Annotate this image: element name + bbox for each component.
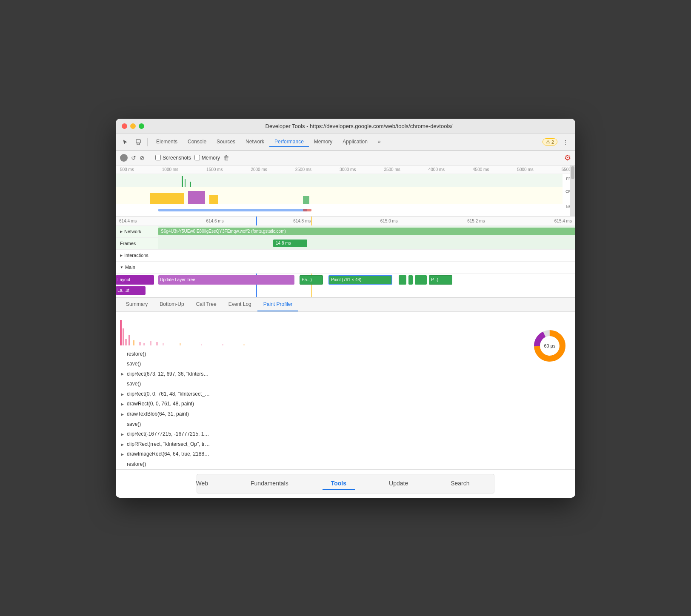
screenshots-checkbox[interactable] (155, 155, 161, 160)
paint-tiny-bar[interactable]: P...) (429, 275, 452, 285)
network-track-row: ▶ Network S6g4U3t-Y5UEw0IE80IlgEseQY3FEm… (116, 226, 575, 238)
cmd-drawtextblob-1-text: drawTextBlob(64, 31, paint) (127, 410, 189, 419)
cmd-save-2[interactable]: save() (116, 379, 273, 389)
cmd-cliprect-1[interactable]: ▶ clipRect(673, 12, 697, 36, "kInters… (116, 369, 273, 379)
timeline-ruler: 500 ms 1000 ms 1500 ms 2000 ms 2500 ms 3… (120, 167, 571, 172)
nav-update[interactable]: Update (380, 477, 417, 490)
tab-paint-profiler[interactable]: Paint Profiler (257, 298, 299, 311)
memory-checkbox[interactable] (194, 155, 200, 160)
timeline-scrollbar[interactable] (570, 165, 575, 216)
bottom-tabs: Summary Bottom-Up Call Tree Event Log Pa… (116, 298, 575, 312)
tab-application[interactable]: Application (337, 137, 373, 147)
cmd-cliprect-2[interactable]: ▶ clipRect(0, 0, 761, 48, "kIntersect_… (116, 389, 273, 399)
mark-615-2: 615.2 ms (467, 219, 485, 223)
paint-canvas-area: 60 μs (273, 312, 575, 469)
hist-bar-12 (201, 344, 202, 345)
green-bar-3[interactable] (415, 275, 427, 285)
cmd-cliprect-3[interactable]: ▶ clipRect(-16777215, -16777215, 1… (116, 429, 273, 439)
cmd-drawimagerect[interactable]: ▶ drawImageRect(64, 64, true, 2188… (116, 449, 273, 459)
trash-icon[interactable]: 🗑 (223, 154, 229, 161)
cpu-bar-2 (188, 191, 205, 204)
cmd-save-1[interactable]: save() (116, 359, 273, 369)
hist-bar-10 (163, 343, 164, 345)
ruler-mark-2500: 2500 ms (295, 167, 311, 172)
tab-summary[interactable]: Summary (120, 298, 154, 311)
cmd-drawtextblob-1[interactable]: ▶ drawTextBlob(64, 31, paint) (116, 409, 273, 419)
cmd-cliprrect[interactable]: ▶ clipRRect(rrect, "kIntersect_Op", tr… (116, 439, 273, 450)
tab-memory[interactable]: Memory (309, 137, 337, 147)
tab-performance[interactable]: Performance (269, 137, 309, 147)
cursor-icon[interactable] (120, 137, 131, 148)
hist-bar-2 (123, 328, 124, 345)
cmd-cliprect-1-text: clipRect(673, 12, 697, 36, "kInters… (127, 370, 208, 379)
tab-bottom-up[interactable]: Bottom-Up (154, 298, 190, 311)
nav-container: Web Fundamentals Tools Update Search (197, 474, 494, 493)
donut-label: 60 μs (544, 343, 555, 348)
more-options-icon[interactable]: ⋮ (560, 137, 571, 148)
device-icon[interactable] (133, 137, 144, 148)
cmd-restore-2[interactable]: restore() (116, 459, 273, 469)
nav-search[interactable]: Search (442, 477, 478, 490)
donut-chart: 60 μs (533, 329, 567, 363)
close-button[interactable] (122, 123, 127, 129)
browser-nav-bar: Web Fundamentals Tools Update Search (116, 469, 575, 498)
record-button[interactable] (120, 154, 128, 162)
screenshots-label: Screenshots (163, 155, 191, 161)
flame-chart: Layout Update Layer Tree Pa...) Paint (7… (116, 274, 575, 297)
laut-bar[interactable]: La...ut (116, 286, 146, 295)
net-bar-1 (158, 209, 307, 211)
paint-small-label: Pa...) (302, 277, 312, 282)
tab-sources[interactable]: Sources (211, 137, 240, 147)
nav-fundamentals[interactable]: Fundamentals (242, 477, 297, 490)
green-bar-2[interactable] (408, 275, 413, 285)
cmd-restore-1[interactable]: restore() (116, 349, 273, 359)
tab-event-log[interactable]: Event Log (223, 298, 257, 311)
cpu-bar-3 (209, 195, 218, 204)
memory-label: Memory (202, 155, 220, 161)
tab-more[interactable]: » (373, 137, 386, 147)
tab-console[interactable]: Console (183, 137, 211, 147)
paint-large-bar[interactable]: Paint (761 × 48) (328, 275, 392, 285)
scrollbar-handle[interactable] (571, 166, 574, 179)
interactions-content (158, 250, 575, 261)
hist-bar-1 (120, 320, 122, 345)
update-layer-tree-bar[interactable]: Update Layer Tree (158, 275, 294, 285)
layout-bar[interactable]: Layout (116, 275, 154, 285)
cmd-save-3[interactable]: save() (116, 419, 273, 430)
memory-checkbox-label[interactable]: Memory (194, 155, 220, 161)
tab-elements[interactable]: Elements (151, 137, 183, 147)
maximize-button[interactable] (139, 123, 144, 129)
paint-small-bar[interactable]: Pa...) (300, 275, 323, 285)
nav-tools[interactable]: Tools (323, 477, 355, 490)
ruler-mark-5500: 5500 (562, 167, 571, 172)
warning-badge[interactable]: ⚠ 2 (543, 138, 557, 145)
ruler-mark-4000: 4000 ms (428, 167, 445, 172)
hist-bar-3 (125, 339, 127, 345)
hist-bar-5 (133, 340, 134, 345)
cmd-drawrect[interactable]: ▶ drawRect(0, 0, 761, 48, paint) (116, 399, 273, 409)
cmd-drawimagerect-arrow: ▶ (121, 451, 125, 458)
record-bar: ↺ ⊘ Screenshots Memory 🗑 ⚙ (116, 151, 575, 165)
tab-call-tree[interactable]: Call Tree (190, 298, 223, 311)
hist-bar-13 (222, 344, 223, 345)
settings-icon[interactable]: ⚙ (564, 153, 571, 163)
reload-icon[interactable]: ↺ (131, 154, 136, 161)
main-arrow: ▼ (120, 265, 123, 269)
tab-network[interactable]: Network (240, 137, 269, 147)
ruler-mark-4500: 4500 ms (473, 167, 489, 172)
hist-bar-6 (139, 342, 141, 345)
ruler-mark-3000: 3000 ms (340, 167, 356, 172)
prohibit-icon[interactable]: ⊘ (140, 154, 145, 161)
cmd-cliprect-2-arrow: ▶ (121, 391, 125, 398)
cmd-drawrect-arrow: ▶ (121, 401, 125, 408)
nav-web[interactable]: Web (187, 477, 217, 490)
paint-area: restore() save() ▶ clipRect(673, 12, 697… (116, 312, 575, 469)
minimize-button[interactable] (130, 123, 136, 129)
detail-ruler: 614.4 ms 614.6 ms 614.8 ms 615.0 ms 615.… (116, 217, 575, 226)
green-bar-1[interactable] (399, 275, 406, 285)
update-layer-tree-label: Update Layer Tree (160, 277, 195, 282)
fps-bar-2 (185, 179, 186, 187)
toolbar-right: ⚠ 2 ⋮ (543, 137, 571, 148)
screenshots-checkbox-label[interactable]: Screenshots (155, 155, 191, 161)
frames-track-row: Frames 14.8 ms (116, 238, 575, 250)
